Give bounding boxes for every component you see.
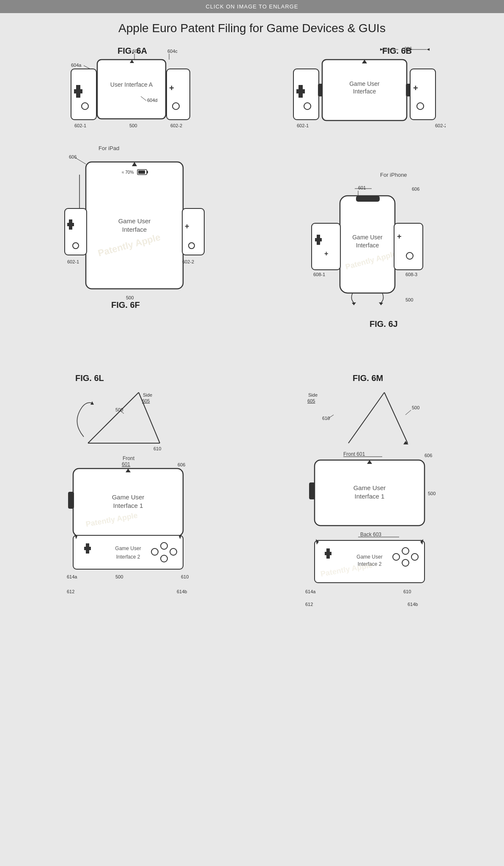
svg-text:Game User: Game User xyxy=(356,554,382,560)
svg-rect-114 xyxy=(73,535,183,569)
svg-rect-61 xyxy=(67,223,74,226)
svg-text:For iPhone: For iPhone xyxy=(380,172,407,178)
fig6l-svg: FIG. 6L Side 605 500 6 xyxy=(50,369,219,644)
fig6a-container: FIG. 6A 604a 600 604c xyxy=(58,44,202,128)
svg-point-42 xyxy=(417,103,424,110)
svg-text:614b: 614b xyxy=(408,602,418,607)
svg-text:Side: Side xyxy=(308,392,318,397)
svg-rect-116 xyxy=(84,547,91,550)
svg-text:Game User: Game User xyxy=(349,80,380,87)
svg-text:604c: 604c xyxy=(167,49,178,54)
svg-marker-29 xyxy=(427,48,430,51)
svg-point-33 xyxy=(304,103,311,110)
svg-text:FIG. 6J: FIG. 6J xyxy=(370,319,398,329)
svg-text:Game User: Game User xyxy=(353,484,386,491)
svg-text:Interface 2: Interface 2 xyxy=(116,554,140,560)
svg-rect-13 xyxy=(97,60,166,119)
svg-text:604d: 604d xyxy=(147,98,157,103)
svg-text:+: + xyxy=(324,250,328,257)
fig6a-svg: FIG. 6A 604a 600 604c xyxy=(58,44,202,137)
svg-text:Front: Front xyxy=(123,455,135,461)
svg-rect-144 xyxy=(309,482,315,499)
svg-marker-82 xyxy=(352,302,356,305)
top-bar-label: CLICK ON IMAGE TO ENLARGE xyxy=(206,3,299,10)
svg-text:Front 601: Front 601 xyxy=(343,451,365,457)
diagram-fig6b: FIG. 6B 606 xyxy=(285,44,446,128)
top-bar: CLICK ON IMAGE TO ENLARGE xyxy=(0,0,504,13)
svg-text:602-2: 602-2 xyxy=(182,259,194,264)
svg-line-134 xyxy=(405,410,411,415)
row-fig6a-6b: FIG. 6A 604a 600 604c xyxy=(17,44,487,128)
svg-text:604a: 604a xyxy=(71,63,82,68)
fig6m-svg: FIG. 6M Side 605 500 610 Front 601 xyxy=(285,369,454,644)
svg-text:608-1: 608-1 xyxy=(313,272,325,277)
svg-point-158 xyxy=(402,559,409,566)
svg-point-10 xyxy=(82,103,88,110)
svg-text:606: 606 xyxy=(412,186,419,192)
svg-text:+: + xyxy=(397,232,402,241)
svg-text:Game User: Game User xyxy=(118,217,151,225)
svg-text:Game User: Game User xyxy=(112,493,145,501)
svg-text:602-1: 602-1 xyxy=(297,123,309,128)
svg-text:606: 606 xyxy=(425,453,432,458)
svg-text:Interface: Interface xyxy=(353,88,376,95)
svg-text:500: 500 xyxy=(126,295,134,300)
fig6b-container: FIG. 6B 606 xyxy=(285,44,446,128)
svg-text:500: 500 xyxy=(412,405,419,410)
svg-text:612: 612 xyxy=(67,589,74,594)
svg-text:602-1: 602-1 xyxy=(67,259,79,264)
svg-rect-89 xyxy=(394,223,423,270)
svg-point-119 xyxy=(161,543,167,549)
fig6j-svg: For iPhone 601 606 xyxy=(287,141,448,356)
svg-text:614a: 614a xyxy=(67,574,77,579)
svg-text:Game User: Game User xyxy=(352,234,383,241)
svg-text:For iPad: For iPad xyxy=(99,145,119,151)
svg-point-156 xyxy=(402,548,409,554)
diagram-fig6m: FIG. 6M Side 605 500 610 Front 601 xyxy=(285,369,454,644)
svg-text:614b: 614b xyxy=(177,589,187,594)
svg-text:+: + xyxy=(185,222,189,230)
svg-text:Interface: Interface xyxy=(122,226,147,233)
svg-rect-109 xyxy=(68,492,74,509)
svg-text:FIG. 6F: FIG. 6F xyxy=(111,300,140,310)
svg-rect-50 xyxy=(86,162,183,289)
svg-rect-32 xyxy=(296,89,305,93)
svg-rect-40 xyxy=(410,69,436,120)
svg-text:602-1: 602-1 xyxy=(74,123,86,128)
svg-line-137 xyxy=(348,392,384,443)
svg-point-159 xyxy=(393,554,400,560)
svg-rect-18 xyxy=(167,69,190,120)
svg-point-157 xyxy=(411,554,418,560)
svg-text:Back 603: Back 603 xyxy=(360,532,381,537)
svg-rect-54 xyxy=(147,171,148,173)
svg-text:FIG. 6M: FIG. 6M xyxy=(353,373,383,383)
svg-text:602-2: 602-2 xyxy=(435,123,446,128)
svg-text:602-2: 602-2 xyxy=(170,123,182,128)
svg-point-20 xyxy=(173,103,179,110)
svg-rect-153 xyxy=(325,552,331,555)
svg-text:606: 606 xyxy=(178,462,185,467)
svg-text:612: 612 xyxy=(305,602,313,607)
svg-rect-9 xyxy=(74,89,82,93)
svg-rect-78 xyxy=(356,196,380,202)
content-area: FIG. 6A 604a 600 604c xyxy=(0,39,504,674)
svg-point-120 xyxy=(170,548,177,555)
svg-text:500: 500 xyxy=(428,491,436,496)
svg-text:500: 500 xyxy=(115,574,123,579)
svg-text:User Interface A: User Interface A xyxy=(110,81,153,88)
svg-text:Side: Side xyxy=(143,392,152,397)
page-title: Apple Euro Patent Filing for Game Device… xyxy=(0,22,504,35)
svg-text:610: 610 xyxy=(153,446,161,451)
svg-text:608-3: 608-3 xyxy=(405,272,417,277)
fig6b-svg: FIG. 6B 606 xyxy=(285,44,446,137)
svg-text:601: 601 xyxy=(122,461,130,467)
svg-text:FIG. 6L: FIG. 6L xyxy=(75,373,104,383)
row-fig6f-6j: For iPad 606 ≈ 70% Game User I xyxy=(17,141,487,356)
svg-rect-7 xyxy=(71,69,96,120)
svg-text:610: 610 xyxy=(181,574,189,579)
diagram-fig6l: FIG. 6L Side 605 500 6 xyxy=(50,369,219,644)
svg-text:500: 500 xyxy=(405,297,413,302)
svg-text:Interface: Interface xyxy=(356,242,379,249)
svg-rect-86 xyxy=(315,238,322,241)
svg-point-121 xyxy=(161,555,167,562)
